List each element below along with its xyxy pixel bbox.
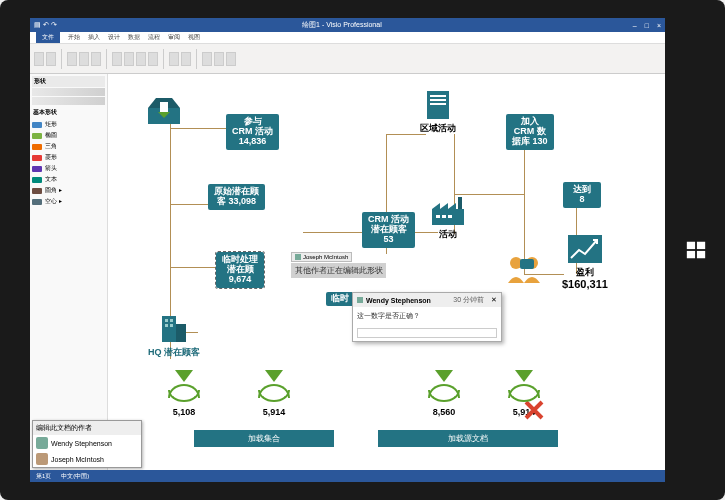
connector — [170, 204, 208, 205]
app-screen: ▤ ↶ ↷ 绘图1 - Visio Professional – □ × 文件 … — [30, 18, 665, 482]
presence-icon — [357, 297, 363, 303]
node-database[interactable]: 8,560 — [428, 374, 460, 417]
ribbon-button[interactable] — [91, 52, 101, 66]
svg-rect-5 — [160, 102, 168, 112]
node-crm-customers[interactable]: CRM 活动 潜在顾客 53 — [362, 212, 415, 248]
author-name: Wendy Stephenson — [51, 440, 112, 447]
tab-review[interactable]: 审阅 — [168, 33, 180, 42]
profit-label: 盈利 — [562, 268, 608, 277]
svg-rect-1 — [697, 242, 705, 249]
svg-rect-10 — [165, 324, 168, 327]
svg-rect-8 — [165, 319, 168, 322]
svg-rect-7 — [176, 324, 186, 342]
shape-swatch — [32, 188, 42, 194]
shape-stencil[interactable]: 椭圆 — [32, 130, 105, 141]
node-database[interactable]: 5,914 — [508, 374, 540, 417]
tablet-frame: ▤ ↶ ↷ 绘图1 - Visio Professional – □ × 文件 … — [0, 0, 725, 500]
temp2-value: 临时 — [326, 292, 354, 306]
node-temp2[interactable]: 临时 — [326, 292, 354, 306]
ribbon-button[interactable] — [202, 52, 212, 66]
node-join-db[interactable]: 加入 CRM 数 据库 130 — [506, 114, 554, 150]
ribbon-button[interactable] — [148, 52, 158, 66]
authors-popup[interactable]: 编辑此文档的作者 Wendy Stephenson Joseph McIntos… — [32, 420, 142, 468]
node-crm-activity[interactable]: 参与 CRM 活动 14,836 — [226, 114, 279, 150]
tab-home[interactable]: 开始 — [68, 33, 80, 42]
ribbon-button[interactable] — [67, 52, 77, 66]
arrow-down-icon — [265, 370, 283, 382]
shape-label: 文本 — [45, 175, 57, 184]
node-reach[interactable]: 达到 8 — [563, 182, 601, 208]
coauthor-notice: 其他作者正在编辑此形状 — [291, 263, 386, 278]
ribbon-button[interactable] — [214, 52, 224, 66]
svg-rect-2 — [687, 251, 695, 258]
connector — [386, 134, 426, 135]
tab-data[interactable]: 数据 — [128, 33, 140, 42]
chat-reply-input[interactable] — [357, 328, 497, 338]
chat-header[interactable]: Wendy Stephenson 30 分钟前 ✕ — [353, 293, 501, 307]
ribbon-button[interactable] — [226, 52, 236, 66]
chat-close-icon[interactable]: ✕ — [491, 296, 497, 304]
node-people[interactable] — [502, 252, 542, 286]
ribbon-button[interactable] — [169, 52, 179, 66]
inbox-icon — [144, 94, 184, 128]
ribbon-button[interactable] — [124, 52, 134, 66]
tab-design[interactable]: 设计 — [108, 33, 120, 42]
svg-rect-20 — [448, 215, 452, 218]
node-original-leads[interactable]: 原始潜在顾 客 33,098 — [208, 184, 265, 210]
canvas[interactable]: 参与 CRM 活动 14,836 原始潜在顾 客 33,098 临时处理 潜在顾… — [108, 74, 665, 470]
node-activity[interactable]: 活动 — [428, 194, 468, 239]
maximize-button[interactable]: □ — [645, 22, 649, 29]
windows-hardware-button[interactable] — [685, 239, 707, 261]
ribbon-button[interactable] — [181, 52, 191, 66]
shape-stencil[interactable]: 矩形 — [32, 119, 105, 130]
database-icon — [428, 384, 460, 398]
node-region[interactable]: 区域活动 — [418, 88, 458, 133]
shape-label: 圆角 ▸ — [45, 186, 62, 195]
shapes-category: 基本形状 — [32, 106, 105, 119]
shape-stencil[interactable]: 菱形 — [32, 152, 105, 163]
window-title: 绘图1 - Visio Professional — [57, 20, 627, 30]
minimize-button[interactable]: – — [633, 22, 637, 29]
ribbon-button[interactable] — [112, 52, 122, 66]
database-value: 8,560 — [428, 408, 460, 417]
shape-stencil[interactable]: 圆角 ▸ — [32, 185, 105, 196]
chat-author: Wendy Stephenson — [366, 297, 431, 304]
chat-popup[interactable]: Wendy Stephenson 30 分钟前 ✕ 这一数字是否正确？ — [352, 292, 502, 342]
shape-stencil[interactable]: 空心 ▸ — [32, 196, 105, 207]
window-controls: – □ × — [627, 22, 661, 29]
status-page: 第1页 — [36, 472, 51, 481]
node-database[interactable]: 5,108 — [168, 374, 200, 417]
node-inbox[interactable] — [144, 94, 184, 128]
node-temp-process[interactable]: 临时处理 潜在顾 9,674 — [216, 252, 264, 288]
crm-activity-value: 参与 CRM 活动 14,836 — [226, 114, 279, 150]
temp-process-value: 临时处理 潜在顾 9,674 — [216, 252, 264, 288]
node-database[interactable]: 5,914 — [258, 374, 290, 417]
author-row[interactable]: Wendy Stephenson — [33, 435, 141, 451]
tab-view[interactable]: 视图 — [188, 33, 200, 42]
tab-file[interactable]: 文件 — [36, 32, 60, 43]
tab-process[interactable]: 流程 — [148, 33, 160, 42]
shape-stencil[interactable]: 箭头 — [32, 163, 105, 174]
collaborator-tag[interactable]: Joseph McIntosh — [291, 252, 352, 262]
shape-label: 矩形 — [45, 120, 57, 129]
ribbon-button[interactable] — [34, 52, 44, 66]
ribbon-button[interactable] — [46, 52, 56, 66]
ribbon-button[interactable] — [136, 52, 146, 66]
database-icon — [168, 384, 200, 398]
shapes-category-bar[interactable] — [32, 97, 105, 105]
shapes-category-bar[interactable] — [32, 88, 105, 96]
svg-rect-14 — [430, 99, 446, 101]
svg-rect-6 — [162, 316, 176, 342]
status-bar: 第1页 中文(中国) — [30, 470, 665, 482]
shape-stencil[interactable]: 文本 — [32, 174, 105, 185]
author-row[interactable]: Joseph McIntosh — [33, 451, 141, 467]
quickaccess: ▤ ↶ ↷ — [34, 21, 57, 29]
tab-insert[interactable]: 插入 — [88, 33, 100, 42]
node-profit[interactable]: 盈利 $160,311 — [562, 232, 608, 291]
database-icon — [258, 384, 290, 398]
close-button[interactable]: × — [657, 22, 661, 29]
ribbon-button[interactable] — [79, 52, 89, 66]
shape-stencil[interactable]: 三角 — [32, 141, 105, 152]
svg-rect-0 — [687, 242, 695, 249]
node-hq[interactable]: HQ 潜在顾客 — [148, 312, 200, 357]
